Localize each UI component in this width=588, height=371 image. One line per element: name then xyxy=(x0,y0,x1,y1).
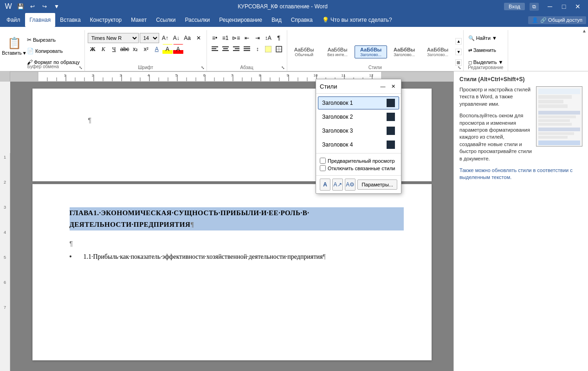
indent-btn[interactable]: ⇥ xyxy=(252,33,263,43)
styles-scroll-down[interactable]: ▼ xyxy=(455,49,462,55)
copy-btn[interactable]: 📄 Копировать xyxy=(25,46,82,56)
preview-checkbox-row[interactable]: Предварительный просмотр xyxy=(320,158,397,164)
new-style-btn[interactable]: A xyxy=(320,179,330,191)
minimize-btn[interactable]: ─ xyxy=(543,0,556,13)
borders-btn[interactable] xyxy=(274,44,284,54)
svg-rect-12 xyxy=(265,46,271,52)
maximize-btn[interactable]: □ xyxy=(557,0,570,13)
svg-rect-4 xyxy=(223,48,228,49)
style-item-name-1: Заголовок 2 xyxy=(322,114,353,120)
outdent-btn[interactable]: ⇤ xyxy=(242,33,252,43)
align-center-btn[interactable] xyxy=(220,44,231,54)
clipboard-expand-btn[interactable]: ⤡ xyxy=(79,65,83,70)
shading-btn[interactable] xyxy=(263,44,273,54)
login-btn[interactable]: Вход xyxy=(504,3,525,10)
highlight-color-btn[interactable]: A xyxy=(162,44,173,54)
find-dropdown[interactable]: ▼ xyxy=(492,35,497,41)
style-normal[interactable]: АаБбВы Обычный xyxy=(288,45,320,58)
bullets-btn[interactable]: ≡• xyxy=(210,33,220,43)
justify-btn[interactable] xyxy=(242,44,252,54)
text-effects-btn[interactable]: A xyxy=(152,44,162,54)
style-color-2 xyxy=(387,127,395,135)
disable-linked-checkbox-row[interactable]: Отключить связанные стили xyxy=(320,165,397,171)
align-left-btn[interactable] xyxy=(210,44,220,54)
find-icon: 🔍 xyxy=(468,35,475,41)
font-expand-btn[interactable]: ⤡ xyxy=(201,65,205,70)
styles-list-item-1[interactable]: Заголовок 2 xyxy=(318,110,399,123)
clear-format-btn[interactable]: ✕ xyxy=(194,33,204,43)
font-family-select[interactable]: Times New R xyxy=(88,33,139,43)
bold-btn[interactable]: Ж xyxy=(88,44,98,54)
paste-btn[interactable]: 📋 Вставить ▼ xyxy=(5,33,24,59)
svg-text:7: 7 xyxy=(231,73,233,77)
styles-panel-close-btn[interactable]: ✕ xyxy=(389,82,397,90)
disable-linked-checkbox[interactable] xyxy=(320,165,326,171)
font-group: Times New R 14 A↑ A↓ Аа ✕ Ж К Ч аbc x₂ x… xyxy=(85,30,207,71)
manage-styles-btn[interactable]: A⚙ xyxy=(345,179,355,191)
heading-section[interactable]: ГЛАВА1.·ЭКОНОМИЧЕСКАЯ·СУЩНОСТЬ·ПРИБЫЛИ·И… xyxy=(70,207,404,230)
menu-help[interactable]: Справка xyxy=(286,13,317,27)
style-heading1[interactable]: АаБбВы Заголово... xyxy=(355,45,387,58)
font-color-btn[interactable]: A xyxy=(173,44,183,54)
ribbon-collapse-btn[interactable]: ▲ xyxy=(581,27,588,34)
styles-list-item-2[interactable]: Заголовок 3 xyxy=(318,124,399,137)
styles-panel-header: Стили — ✕ xyxy=(316,79,401,94)
sort-btn[interactable]: ↕A xyxy=(263,33,273,43)
paste-label: Вставить xyxy=(2,51,21,56)
para-expand-btn[interactable]: ⤡ xyxy=(281,65,285,70)
styles-expand-btn[interactable]: ⤡ xyxy=(458,65,461,70)
change-case-btn[interactable]: Аа xyxy=(182,33,193,43)
numbering-btn[interactable]: ≡1 xyxy=(220,33,231,43)
styles-list: Заголовок 1 Заголовок 2 Заголовок 3 Заго… xyxy=(316,94,401,153)
params-btn[interactable]: Параметры... xyxy=(357,179,397,190)
restore-down-btn[interactable]: ⧉ xyxy=(530,3,539,11)
qat-dropdown-btn[interactable]: ▼ xyxy=(52,2,61,11)
line-spacing-btn[interactable]: ↕ xyxy=(252,44,263,54)
share-btn[interactable]: 👤 🔗 Общий доступ xyxy=(528,16,586,24)
style-heading3[interactable]: АаБбВы Заголово... xyxy=(421,45,454,58)
grow-font-btn[interactable]: A↑ xyxy=(160,33,170,43)
cut-btn[interactable]: ✂ Вырезать xyxy=(25,35,82,45)
help-desc3: Также можно обновлять стили в соответств… xyxy=(459,167,582,181)
show-marks-btn[interactable]: ¶ xyxy=(274,33,284,43)
select-dropdown[interactable]: ▼ xyxy=(498,59,503,65)
titlebar: W 💾 ↩ ↪ ▼ КУРСОВАЯ_КФ оглавление - Word … xyxy=(0,0,588,13)
styles-panel-minimize-btn[interactable]: — xyxy=(379,82,387,90)
menu-view[interactable]: Вид xyxy=(267,13,286,27)
menu-file[interactable]: Файл xyxy=(2,13,25,27)
inspect-style-btn[interactable]: A↗ xyxy=(332,179,343,191)
close-btn[interactable]: ✕ xyxy=(571,0,584,13)
menu-mailings[interactable]: Рассылки xyxy=(180,13,214,27)
subscript-btn[interactable]: x₂ xyxy=(130,44,141,54)
font-size-select[interactable]: 14 xyxy=(140,33,159,43)
italic-btn[interactable]: К xyxy=(98,44,109,54)
undo-qat-btn[interactable]: ↩ xyxy=(28,2,37,11)
strikethrough-btn[interactable]: аbc xyxy=(120,44,130,54)
disable-linked-label: Отключить связанные стили xyxy=(328,166,395,171)
para-mark-2: ¶ xyxy=(70,240,73,247)
multilevel-btn[interactable]: ⊳≡ xyxy=(231,33,241,43)
styles-list-item-3[interactable]: Заголовок 4 xyxy=(318,138,399,151)
menu-home[interactable]: Главная xyxy=(25,13,56,27)
preview-checkbox[interactable] xyxy=(320,158,326,164)
find-btn[interactable]: 🔍 Найти ▼ xyxy=(466,33,505,43)
menu-insert[interactable]: Вставка xyxy=(55,13,85,27)
style-heading2[interactable]: АаБбВы Заголово... xyxy=(388,45,420,58)
menubar: Файл Главная Вставка Конструктор Макет С… xyxy=(0,13,588,27)
align-right-btn[interactable] xyxy=(231,44,241,54)
replace-btn[interactable]: ⇄ Заменить xyxy=(466,45,505,55)
styles-list-item-0[interactable]: Заголовок 1 xyxy=(318,96,399,109)
redo-qat-btn[interactable]: ↪ xyxy=(40,2,49,11)
menu-references[interactable]: Ссылки xyxy=(151,13,180,27)
menu-search[interactable]: 💡 Что вы хотите сделать? xyxy=(317,13,397,27)
menu-layout[interactable]: Макет xyxy=(126,13,151,27)
menu-design[interactable]: Конструктор xyxy=(85,13,126,27)
menu-review[interactable]: Рецензирование xyxy=(214,13,267,27)
save-qat-btn[interactable]: 💾 xyxy=(16,2,25,11)
shrink-font-btn[interactable]: A↓ xyxy=(171,33,181,43)
underline-btn[interactable]: Ч xyxy=(109,44,119,54)
styles-scroll-up[interactable]: ▲ xyxy=(455,38,462,45)
style-no-spacing[interactable]: АаБбВы Без инте... xyxy=(321,45,354,58)
style-color-0 xyxy=(387,99,395,107)
superscript-btn[interactable]: x² xyxy=(141,44,151,54)
